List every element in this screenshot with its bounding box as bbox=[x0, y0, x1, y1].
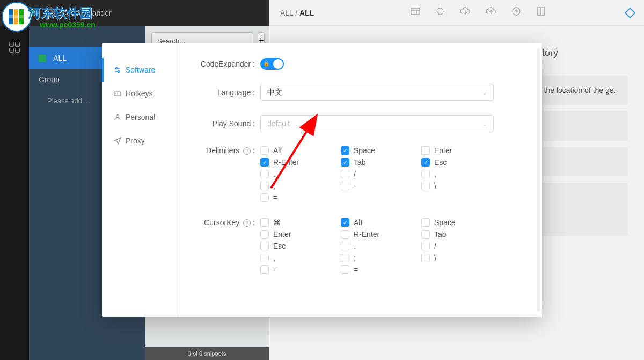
settings-body: CodeExpander : 🔒 Language : 中文 ⌄ Play So… bbox=[177, 43, 542, 317]
checkbox-Esc[interactable]: Esc bbox=[260, 242, 335, 250]
checkbox-label: . bbox=[273, 170, 275, 178]
close-icon[interactable]: ✕ bbox=[542, 42, 558, 58]
playsound-label: Play Sound : bbox=[199, 119, 260, 128]
checkbox-label: R-Enter bbox=[354, 230, 379, 239]
checkbox-box bbox=[341, 242, 349, 250]
nav-personal-label: Personal bbox=[126, 113, 155, 121]
checkbox-.[interactable]: . bbox=[260, 170, 335, 178]
checkbox-\[interactable]: \ bbox=[421, 254, 496, 262]
checkbox-/[interactable]: / bbox=[421, 242, 496, 250]
checkbox-Esc[interactable]: ✓Esc bbox=[421, 158, 496, 167]
checkbox-.[interactable]: . bbox=[341, 242, 416, 250]
checkbox-box: ✓ bbox=[341, 146, 349, 155]
checkbox-Space[interactable]: ✓Space bbox=[341, 146, 416, 155]
checkbox-R-Enter[interactable]: ✓R-Enter bbox=[260, 158, 335, 167]
language-label: Language : bbox=[199, 88, 260, 97]
modal-overlay: ✕ Software Hotkeys Personal bbox=[0, 0, 644, 360]
send-icon bbox=[114, 137, 121, 145]
checkbox-label: ; bbox=[273, 182, 275, 190]
scrollbar[interactable] bbox=[537, 48, 540, 312]
checkbox-label: Esc bbox=[434, 158, 447, 167]
checkbox-box bbox=[260, 182, 269, 190]
checkbox-;[interactable]: ; bbox=[341, 254, 416, 262]
checkbox-label: , bbox=[273, 254, 275, 262]
checkbox-label: - bbox=[273, 265, 276, 274]
delimiters-grid: Alt✓SpaceEnter✓R-Enter✓Tab✓Esc./,;-\= bbox=[260, 146, 496, 202]
checkbox-box bbox=[421, 182, 430, 190]
user-icon bbox=[114, 113, 121, 121]
playsound-select[interactable]: default ⌄ bbox=[260, 115, 494, 132]
checkbox-⌘[interactable]: ⌘ bbox=[260, 218, 335, 227]
nav-item-proxy[interactable]: Proxy bbox=[102, 129, 177, 153]
chevron-down-icon: ⌄ bbox=[482, 121, 487, 127]
checkbox-label: Space bbox=[354, 146, 375, 155]
svg-point-22 bbox=[116, 115, 119, 118]
checkbox-label: Tab bbox=[354, 158, 366, 167]
language-select[interactable]: 中文 ⌄ bbox=[260, 84, 494, 101]
checkbox-Enter[interactable]: Enter bbox=[421, 146, 496, 155]
cursorkey-grid: ⌘✓AltSpaceEnterR-EnterTabEsc./,;\-= bbox=[260, 218, 496, 274]
checkbox-Alt[interactable]: Alt bbox=[260, 146, 335, 155]
nav-item-personal[interactable]: Personal bbox=[102, 105, 177, 129]
keyboard-icon bbox=[114, 90, 121, 97]
checkbox-label: ; bbox=[354, 254, 356, 262]
svg-point-17 bbox=[118, 71, 120, 73]
checkbox-Tab[interactable]: Tab bbox=[421, 230, 496, 239]
svg-point-16 bbox=[116, 68, 118, 69]
checkbox-label: - bbox=[354, 182, 356, 190]
chevron-down-icon: ⌄ bbox=[482, 90, 487, 96]
checkbox-box bbox=[341, 182, 349, 190]
nav-item-hotkeys[interactable]: Hotkeys bbox=[102, 82, 177, 105]
checkbox-label: = bbox=[354, 265, 358, 274]
checkbox-Space[interactable]: Space bbox=[421, 218, 496, 227]
checkbox-box: ✓ bbox=[341, 218, 349, 227]
checkbox-Tab[interactable]: ✓Tab bbox=[341, 158, 416, 167]
checkbox-/[interactable]: / bbox=[341, 170, 416, 178]
checkbox-box bbox=[341, 170, 349, 178]
checkbox-box bbox=[341, 230, 349, 239]
checkbox-;[interactable]: ; bbox=[260, 182, 335, 190]
checkbox-label: Tab bbox=[434, 230, 447, 239]
codeexpander-toggle[interactable]: 🔒 bbox=[260, 58, 284, 70]
checkbox-label: ⌘ bbox=[273, 218, 281, 227]
checkbox-box bbox=[421, 218, 430, 227]
sliders-icon bbox=[114, 66, 121, 74]
checkbox-\[interactable]: \ bbox=[421, 182, 496, 190]
checkbox-=[interactable]: = bbox=[260, 193, 335, 202]
checkbox--[interactable]: - bbox=[341, 182, 416, 190]
checkbox-box: ✓ bbox=[260, 158, 269, 167]
checkbox-label: = bbox=[273, 193, 277, 202]
checkbox-,[interactable]: , bbox=[260, 254, 335, 262]
checkbox-,[interactable]: , bbox=[421, 170, 496, 178]
checkbox-label: / bbox=[434, 242, 436, 250]
checkbox-label: Space bbox=[434, 218, 456, 227]
checkbox-box bbox=[421, 254, 430, 262]
checkbox-box bbox=[341, 254, 349, 262]
checkbox-label: \ bbox=[434, 182, 436, 190]
checkbox-label: R-Enter bbox=[273, 158, 299, 167]
checkbox--[interactable]: - bbox=[260, 265, 335, 274]
checkbox-box bbox=[421, 230, 430, 239]
checkbox-label: Alt bbox=[354, 218, 362, 227]
checkbox-label: Enter bbox=[434, 146, 452, 155]
checkbox-label: Enter bbox=[273, 230, 291, 239]
checkbox-label: Alt bbox=[273, 146, 282, 155]
help-icon[interactable]: ? bbox=[243, 147, 251, 155]
checkbox-box bbox=[341, 265, 349, 274]
checkbox-box bbox=[421, 170, 430, 178]
checkbox-box bbox=[421, 242, 430, 250]
checkbox-R-Enter[interactable]: R-Enter bbox=[341, 230, 416, 239]
checkbox-box bbox=[260, 230, 269, 239]
help-icon[interactable]: ? bbox=[243, 219, 251, 227]
nav-item-software[interactable]: Software bbox=[102, 58, 177, 82]
checkbox-Enter[interactable]: Enter bbox=[260, 230, 335, 239]
checkbox-box bbox=[260, 170, 269, 178]
checkbox-label: / bbox=[354, 170, 356, 178]
checkbox-box: ✓ bbox=[421, 158, 430, 167]
checkbox-box bbox=[260, 218, 269, 227]
checkbox-=[interactable]: = bbox=[341, 265, 416, 274]
checkbox-label: . bbox=[354, 242, 356, 250]
checkbox-Alt[interactable]: ✓Alt bbox=[341, 218, 416, 227]
nav-hotkeys-label: Hotkeys bbox=[126, 89, 153, 98]
language-value: 中文 bbox=[267, 88, 282, 97]
